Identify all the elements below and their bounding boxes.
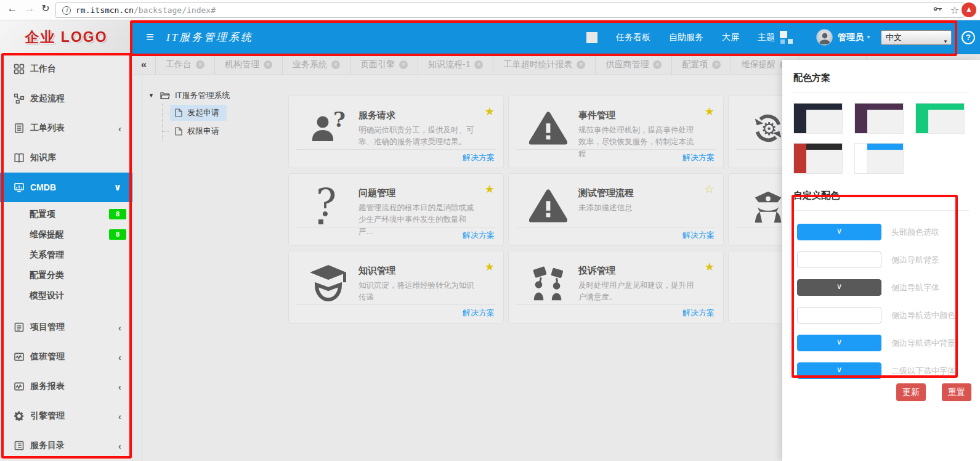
bookmark-star-icon[interactable]: ☆ xyxy=(950,4,959,16)
close-icon[interactable]: × xyxy=(196,60,205,69)
user-dropdown-caret-icon[interactable]: ▼ xyxy=(866,35,871,40)
sidebar-item-cmdb[interactable]: CMDB ∨ xyxy=(0,173,132,202)
custom-color-label: 头部颜色选取 xyxy=(891,227,939,238)
favorite-star-icon[interactable]: ★ xyxy=(485,260,495,274)
back-arrow-icon[interactable]: ← xyxy=(5,2,20,15)
close-icon[interactable]: × xyxy=(712,60,721,69)
close-icon[interactable]: × xyxy=(577,60,585,69)
close-icon[interactable]: × xyxy=(653,60,662,69)
menu-big-screen[interactable]: 大屏 xyxy=(722,32,739,43)
close-icon[interactable]: × xyxy=(331,60,340,69)
scheme-white-blue[interactable] xyxy=(854,143,904,174)
favorite-star-icon[interactable]: ★ xyxy=(485,182,495,196)
key-icon[interactable] xyxy=(933,6,943,15)
close-icon[interactable]: × xyxy=(399,60,408,69)
card-title: 投诉管理 xyxy=(578,265,615,277)
close-icon[interactable]: × xyxy=(264,60,272,69)
tree-node-start-request[interactable]: 发起申请 xyxy=(163,104,290,122)
card-description: 题管理流程的根本目的是消除或减少生产环境中事件发生的数量和严... xyxy=(358,202,479,238)
sidebar-selected-bg-dropdown[interactable]: ∨ xyxy=(797,335,881,351)
solution-link[interactable]: 解决方案 xyxy=(682,152,715,163)
tab-business-system[interactable]: 业务系统× xyxy=(283,54,350,75)
solution-link[interactable]: 解决方案 xyxy=(463,152,495,163)
card-title: 服务请求 xyxy=(358,110,395,121)
address-bar[interactable]: i rm.itsmcn.cn/backstage/index# ☆ xyxy=(55,2,965,18)
header-color-dropdown[interactable]: ∨ xyxy=(797,224,881,240)
sidebar-item-config-category[interactable]: 配置分类 xyxy=(0,265,132,285)
sidebar-item-service-report[interactable]: 服务报表 ‹ xyxy=(0,372,132,401)
reset-button[interactable]: 重置 xyxy=(942,383,971,401)
sidebar-item-project-management[interactable]: 项目管理 ‹ xyxy=(0,312,132,342)
favorite-star-icon[interactable]: ★ xyxy=(705,260,715,274)
scheme-green[interactable] xyxy=(915,103,965,134)
tab-timeout-report[interactable]: 工单超时统计报表× xyxy=(493,54,596,75)
solution-link[interactable]: 解决方案 xyxy=(682,230,715,241)
service-card-knowledge-management[interactable]: 知识管理 知识沉淀，将运维经验转化为知识传递 ★ 解决方案 xyxy=(288,251,504,324)
menu-theme-label: 主题 xyxy=(758,32,775,43)
sidebar-item-model-design[interactable]: 模型设计 xyxy=(0,285,132,306)
scheme-purple[interactable] xyxy=(854,103,904,134)
sidebar-item-knowledge-base[interactable]: 知识库 xyxy=(0,143,132,173)
sidebar-item-label: 关系管理 xyxy=(30,250,64,261)
forward-arrow-icon[interactable]: → xyxy=(22,2,37,15)
language-select[interactable]: 中文 ▼ xyxy=(881,30,952,45)
sidebar-item-service-catalog[interactable]: 服务目录 ‹ xyxy=(0,431,132,460)
chevron-down-icon: ∨ xyxy=(798,365,881,374)
favorite-star-icon[interactable]: ★ xyxy=(485,105,495,118)
sidebar-item-ticket-list[interactable]: 工单列表 ‹ xyxy=(0,113,132,143)
tab-page-engine[interactable]: 页面引擎× xyxy=(350,54,418,75)
submenu-selected-font-dropdown[interactable]: ∨ xyxy=(797,362,881,379)
service-card-incident-management[interactable]: 事件管理 规范事件处理机制，提高事件处理效率，尽快恢复服务，特制定本流程 ★ 解… xyxy=(508,96,724,168)
extension-up-arrow-icon[interactable]: ▲ xyxy=(962,2,976,17)
sidebar-item-start-process[interactable]: 发起流程 xyxy=(0,84,132,113)
app-header: ≡ IT服务管理系统 任务看板 自助服务 大屏 主题 管理员 ▼ 中文 ▼ ? xyxy=(132,20,980,54)
tree-caret-icon[interactable]: ▼ xyxy=(148,92,154,99)
sidebar-item-duty-management[interactable]: 值班管理 ‹ xyxy=(0,342,132,372)
sidebar-bg-color-input[interactable] xyxy=(797,251,881,268)
square-placeholder-icon[interactable] xyxy=(586,32,597,43)
question-mark-icon: ? xyxy=(306,184,350,228)
update-button[interactable]: 更新 xyxy=(896,383,926,401)
sidebar-font-color-dropdown[interactable]: ∨ xyxy=(797,279,881,296)
scheme-dark-navy[interactable] xyxy=(793,103,843,134)
tab-config-items[interactable]: 配置项× xyxy=(672,54,731,75)
solution-link[interactable]: 解决方案 xyxy=(682,308,715,319)
menu-task-board[interactable]: 任务看板 xyxy=(616,32,650,43)
sidebar-selected-color-input[interactable] xyxy=(797,307,881,324)
tree-root-node[interactable]: ▼ IT服务管理系统 xyxy=(148,88,290,104)
sidebar-item-engine-management[interactable]: 引擎管理 ‹ xyxy=(0,401,132,431)
collapse-tabs-icon[interactable]: « xyxy=(132,54,156,75)
sidebar-item-workbench[interactable]: 工作台 xyxy=(0,54,132,84)
sidebar-item-relation-management[interactable]: 关系管理 xyxy=(0,245,132,265)
sidebar-item-label: 服务目录 xyxy=(30,440,65,451)
cmdb-submenu: 配置项 8 维保提醒 8 关系管理 配置分类 模型设计 xyxy=(0,202,132,309)
sidebar-item-maintenance-reminder[interactable]: 维保提醒 8 xyxy=(0,224,132,245)
tab-knowledge-flow-1[interactable]: 知识流程-1× xyxy=(418,54,493,75)
solution-link[interactable]: 解决方案 xyxy=(463,230,495,241)
hamburger-menu-icon[interactable]: ≡ xyxy=(146,29,154,45)
reload-icon[interactable]: ↻ xyxy=(38,2,53,14)
tab-org-management[interactable]: 机构管理× xyxy=(215,54,283,75)
service-card-service-request[interactable]: ? 服务请求 明确岗位职责分工，提供及时、可靠、准确的服务请求受理结果。 ★ 解… xyxy=(288,96,504,168)
service-card-problem-management[interactable]: ? 问题管理 题管理流程的根本目的是消除或减少生产环境中事件发生的数量和严...… xyxy=(288,173,504,246)
tree-node-permission-request[interactable]: 权限申请 xyxy=(163,122,290,141)
url-path: /backstage/index# xyxy=(134,6,216,15)
favorite-star-icon[interactable]: ★ xyxy=(705,105,715,118)
tab-workbench[interactable]: 工作台× xyxy=(156,54,215,75)
tab-supplier-management[interactable]: 供应商管理× xyxy=(596,54,672,75)
scheme-red-black[interactable] xyxy=(793,143,843,174)
sidebar-item-config-items[interactable]: 配置项 8 xyxy=(0,204,132,224)
user-name[interactable]: 管理员 xyxy=(838,32,864,43)
service-card-complaint-management[interactable]: 投诉管理 及时处理用户意见和建议，提升用户满意度。 ★ 解决方案 xyxy=(508,251,724,324)
solution-link[interactable]: 解决方案 xyxy=(463,308,495,319)
info-icon[interactable]: i xyxy=(62,6,71,15)
close-icon[interactable]: × xyxy=(474,60,483,69)
service-card-test-management[interactable]: 测试管理流程 未添加描述信息 ☆ 解决方案 xyxy=(508,173,724,246)
help-icon[interactable]: ? xyxy=(962,31,975,44)
menu-theme[interactable]: 主题 xyxy=(758,31,793,44)
favorite-star-outline-icon[interactable]: ☆ xyxy=(705,182,715,196)
gear-icon xyxy=(14,410,25,422)
user-avatar[interactable] xyxy=(816,29,833,46)
menu-self-service[interactable]: 自助服务 xyxy=(669,32,703,43)
card-description: 明确岗位职责分工，提供及时、可靠、准确的服务请求受理结果。 xyxy=(358,124,479,149)
